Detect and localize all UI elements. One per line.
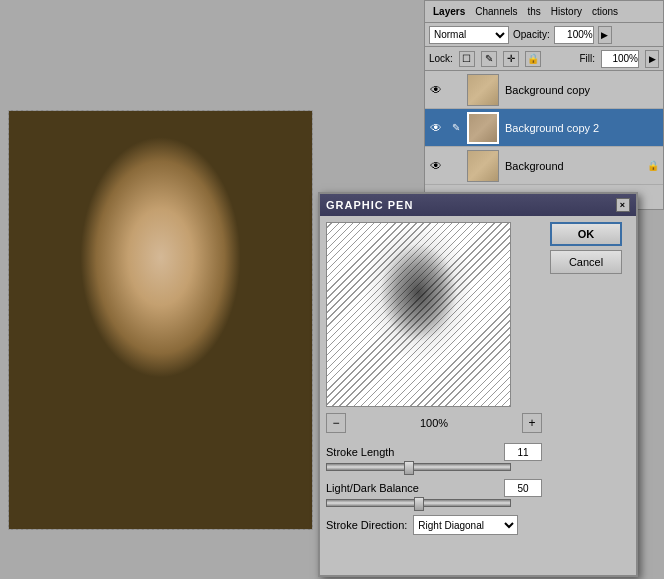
layer-name-2: Background copy 2: [501, 122, 661, 134]
light-dark-label: Light/Dark Balance: [326, 482, 419, 494]
tab-actions[interactable]: ctions: [588, 4, 622, 19]
graphic-pen-dialog: GRAPHIC PEN × − 100% + Stroke Leng: [318, 192, 638, 577]
stroke-direction-row: Stroke Direction: Right Diagonal Left Di…: [326, 515, 542, 535]
zoom-in-button[interactable]: +: [522, 413, 542, 433]
stroke-length-row: Stroke Length 11: [326, 443, 542, 471]
tab-paths[interactable]: ths: [524, 4, 545, 19]
fill-input[interactable]: 100%: [601, 50, 639, 68]
lock-position-btn[interactable]: ✛: [503, 51, 519, 67]
stroke-direction-label: Stroke Direction:: [326, 519, 407, 531]
layer-name-3: Background: [501, 160, 645, 172]
ok-button[interactable]: OK: [550, 222, 622, 246]
layer-thumbnail-2: [467, 112, 499, 144]
fill-label: Fill:: [579, 53, 595, 64]
layer-thumbnail: [467, 74, 499, 106]
preview-controls: − 100% +: [326, 411, 542, 435]
lock-paint-btn[interactable]: ✎: [481, 51, 497, 67]
tab-layers[interactable]: Layers: [429, 4, 469, 19]
layers-list: 👁 Background copy 👁 ✎ Background copy 2 …: [425, 71, 663, 185]
dialog-title: GRAPHIC PEN: [326, 199, 413, 211]
opacity-label: Opacity:: [513, 29, 550, 40]
layer-item-background[interactable]: 👁 Background 🔒: [425, 147, 663, 185]
photo-image: [9, 111, 312, 529]
light-dark-label-row: Light/Dark Balance 50: [326, 479, 542, 497]
layers-lock-row: Lock: ☐ ✎ ✛ 🔒 Fill: 100% ▶: [425, 47, 663, 71]
sliders-section: Stroke Length 11 Light/Dark Balance 50: [326, 443, 542, 535]
layer-brush-icon-2: ✎: [447, 119, 465, 137]
dialog-titlebar: GRAPHIC PEN ×: [320, 194, 636, 216]
opacity-input[interactable]: 100%: [554, 26, 594, 44]
opacity-arrow-btn[interactable]: ▶: [598, 26, 612, 44]
stroke-direction-select[interactable]: Right Diagonal Left Diagonal Horizontal …: [413, 515, 518, 535]
layer-name: Background copy: [501, 84, 661, 96]
light-dark-track[interactable]: [326, 499, 511, 507]
layers-panel: Layers Channels ths History ctions Norma…: [424, 0, 664, 210]
blend-mode-select[interactable]: Normal Dissolve Multiply Screen Overlay: [429, 26, 509, 44]
layers-tabs: Layers Channels ths History ctions: [425, 1, 663, 23]
stroke-length-label-row: Stroke Length 11: [326, 443, 542, 461]
tab-history[interactable]: History: [547, 4, 586, 19]
layers-controls: Normal Dissolve Multiply Screen Overlay …: [425, 23, 663, 47]
dialog-close-button[interactable]: ×: [616, 198, 630, 212]
layer-visibility-eye-2[interactable]: 👁: [427, 119, 445, 137]
preview-canvas: [326, 222, 511, 407]
zoom-level: 100%: [420, 417, 448, 429]
lock-all-btn[interactable]: 🔒: [525, 51, 541, 67]
stroke-length-input[interactable]: 11: [504, 443, 542, 461]
lock-transparent-btn[interactable]: ☐: [459, 51, 475, 67]
sketch-lines: [327, 223, 510, 406]
preview-area: − 100% + Stroke Length 11: [326, 222, 542, 569]
layer-lock-icon: 🔒: [647, 160, 661, 171]
params-area: OK Cancel: [550, 222, 630, 569]
stroke-length-track[interactable]: [326, 463, 511, 471]
layer-thumbnail-3: [467, 150, 499, 182]
layer-item-bg-copy[interactable]: 👁 Background copy: [425, 71, 663, 109]
zoom-out-button[interactable]: −: [326, 413, 346, 433]
fill-arrow-btn[interactable]: ▶: [645, 50, 659, 68]
photo-frame: [8, 110, 313, 530]
tab-channels[interactable]: Channels: [471, 4, 521, 19]
cancel-button[interactable]: Cancel: [550, 250, 622, 274]
layer-visibility-eye[interactable]: 👁: [427, 81, 445, 99]
stroke-length-label: Stroke Length: [326, 446, 395, 458]
layer-item-bg-copy-2[interactable]: 👁 ✎ Background copy 2: [425, 109, 663, 147]
layer-brush-icon-3: [447, 157, 465, 175]
dialog-body: − 100% + Stroke Length 11: [320, 216, 636, 575]
light-dark-input[interactable]: 50: [504, 479, 542, 497]
light-dark-thumb[interactable]: [414, 497, 424, 511]
lock-label: Lock:: [429, 53, 453, 64]
layer-visibility-eye-3[interactable]: 👁: [427, 157, 445, 175]
stroke-length-thumb[interactable]: [404, 461, 414, 475]
layer-brush-icon: [447, 81, 465, 99]
light-dark-balance-row: Light/Dark Balance 50: [326, 479, 542, 507]
